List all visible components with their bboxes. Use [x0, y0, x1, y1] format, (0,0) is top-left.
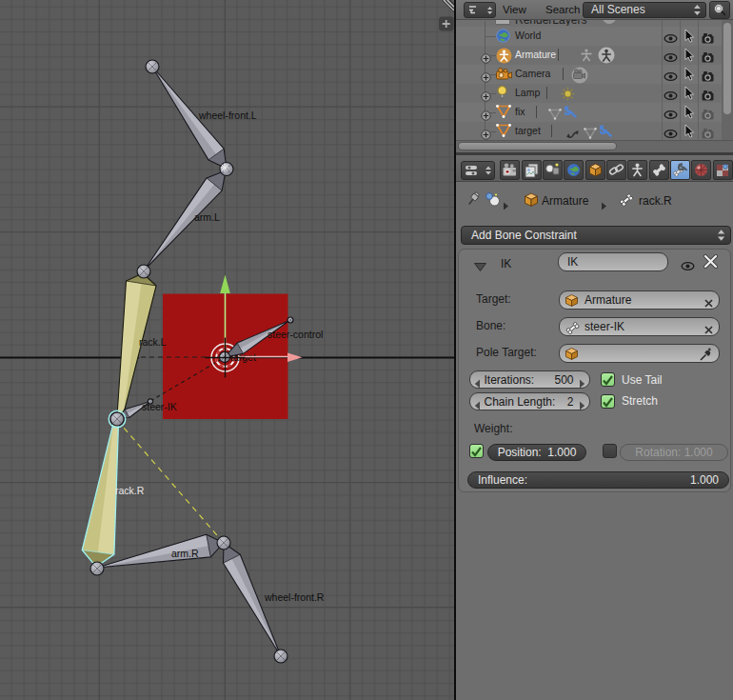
svg-text:rack.L: rack.L — [139, 336, 167, 348]
svg-text:arm.L: arm.L — [194, 211, 220, 223]
svg-text:steer-IK: steer-IK — [142, 401, 177, 412]
svg-text:steer-control: steer-control — [267, 329, 323, 340]
svg-text:wheel-front.L: wheel-front.L — [198, 110, 257, 121]
svg-text:rack.R: rack.R — [115, 485, 145, 496]
svg-text:wheel-front.R: wheel-front.R — [264, 591, 325, 603]
svg-text:arm.R: arm.R — [171, 548, 199, 559]
